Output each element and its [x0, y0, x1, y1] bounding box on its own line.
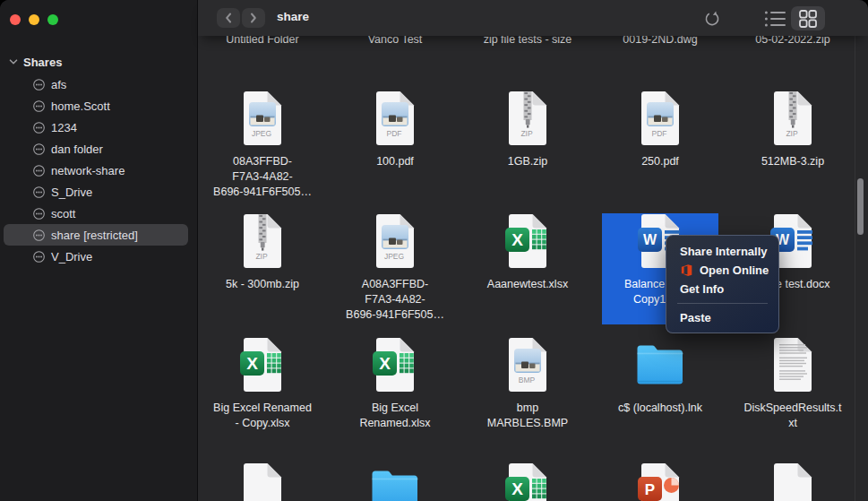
file-label: 1GB.zip — [456, 154, 599, 169]
sidebar-item-network-share[interactable]: network-share — [0, 160, 197, 181]
minimize-button[interactable] — [29, 14, 39, 25]
scrollbar-track-edge — [855, 0, 855, 501]
file-icon-jpeg[interactable]: JPEG — [234, 90, 291, 147]
sidebar-divider — [197, 0, 198, 501]
sidebar-item-s-drive[interactable]: S_Drive — [0, 181, 197, 203]
sidebar-item-scott[interactable]: scott — [0, 203, 197, 224]
file-label: Balance — [624, 277, 665, 292]
svg-text:ZIP: ZIP — [520, 129, 533, 138]
sidebar-item-home-scott[interactable]: home.Scott — [0, 95, 197, 117]
file-label: Big Excel Renamed- Copy.xlsx — [191, 401, 334, 431]
svg-text:X: X — [511, 479, 523, 498]
sidebar-item-label: share [restricted] — [51, 229, 138, 242]
file-icon-bmp[interactable]: BMP — [499, 336, 556, 393]
share-point-icon — [32, 121, 46, 134]
file-icon-txt[interactable] — [764, 336, 821, 393]
share-point-icon — [32, 207, 46, 220]
sidebar-item-label: network-share — [51, 164, 125, 177]
svg-text:ZIP: ZIP — [786, 129, 798, 138]
context-menu-item-paste[interactable]: Paste — [666, 308, 778, 327]
sidebar-item-dan-folder[interactable]: dan folder — [0, 138, 197, 160]
file-icon-folder[interactable] — [632, 336, 689, 393]
file-label: bmpMARBLES.BMP — [456, 401, 599, 431]
page-title: share — [277, 10, 309, 23]
grid-view-button[interactable] — [791, 6, 825, 30]
file-label: 512MB-3.zip — [721, 154, 864, 169]
file-label: c$ (localhost).lnk — [589, 401, 732, 416]
svg-text:X: X — [379, 354, 391, 373]
svg-text:W: W — [643, 232, 657, 247]
forward-button[interactable] — [242, 8, 265, 28]
context-menu-item-get-info[interactable]: Get Info — [666, 280, 778, 298]
list-view-icon — [764, 10, 787, 28]
scrollbar-thumb[interactable] — [857, 178, 864, 235]
svg-text:JPEG: JPEG — [384, 252, 404, 261]
share-point-icon — [32, 164, 46, 177]
file-icon-jpeg[interactable]: JPEG — [366, 212, 424, 270]
refresh-button[interactable] — [702, 9, 722, 29]
share-point-icon — [32, 99, 46, 113]
sidebar-item-label: 1234 — [51, 121, 77, 134]
disclosure-chevron-icon[interactable] — [9, 59, 18, 65]
file-label: 250.pdf — [589, 154, 732, 169]
sidebar-item-label: S_Drive — [51, 186, 92, 199]
window-controls — [10, 14, 58, 25]
svg-text:X: X — [511, 230, 523, 249]
file-label: 5k - 300mb.zip — [191, 277, 334, 292]
office-icon — [680, 263, 693, 277]
file-icon-zip[interactable]: ZIP — [764, 90, 821, 147]
file-icon-pdf[interactable]: PDF — [366, 90, 424, 147]
svg-text:PDF: PDF — [387, 129, 402, 138]
context-menu-item-share-internally[interactable]: Share Internally — [666, 242, 778, 261]
file-label: Copy1. — [633, 292, 669, 307]
sidebar-item-share-restricted[interactable]: share [restricted] — [0, 224, 197, 246]
sidebar-item-label: V_Drive — [51, 250, 92, 263]
refresh-icon — [702, 9, 722, 29]
close-button[interactable] — [10, 14, 21, 25]
chevron-right-icon — [249, 12, 258, 24]
sidebar-item-label: scott — [51, 207, 75, 220]
svg-text:X: X — [246, 354, 258, 373]
file-icon-file[interactable] — [234, 462, 291, 501]
file-icon-excel[interactable]: X — [499, 462, 556, 501]
svg-text:P: P — [645, 481, 655, 498]
sidebar-item-label: afs — [51, 78, 66, 91]
context-menu: Share InternallyOpen OnlineGet InfoPaste — [666, 235, 779, 333]
share-point-icon — [32, 186, 46, 199]
svg-text:JPEG: JPEG — [252, 129, 271, 138]
sidebar-section-title: Shares — [23, 56, 62, 69]
svg-text:ZIP: ZIP — [255, 252, 268, 261]
menu-separator — [677, 303, 768, 304]
share-point-icon — [32, 143, 46, 156]
file-label: DiskSpeedResults.txt — [721, 401, 864, 431]
file-icon-pdf[interactable]: PDF — [632, 90, 689, 147]
file-label: 08A3FFBD-F7A3-4A82-B696-941F6F505… — [191, 154, 334, 200]
file-icon-zip[interactable]: ZIP — [499, 90, 556, 147]
file-icon-excel[interactable]: X — [366, 336, 424, 393]
sidebar-item-label: home.Scott — [51, 99, 110, 113]
file-icon-excel[interactable]: X — [499, 212, 556, 270]
file-label: 100.pdf — [323, 154, 467, 169]
sidebar: Shares afs home.Scott 1234 dan folder ne… — [0, 0, 197, 501]
chevron-left-icon — [224, 12, 233, 24]
context-menu-item-open-online[interactable]: Open Online — [666, 261, 778, 280]
file-label: Big ExcelRenamed.xlsx — [323, 401, 467, 431]
svg-text:PDF: PDF — [652, 129, 667, 138]
svg-text:BMP: BMP — [519, 376, 536, 384]
file-label: Aaanewtest.xlsx — [456, 277, 599, 292]
list-view-button[interactable] — [764, 10, 787, 28]
back-button[interactable] — [217, 8, 240, 28]
file-icon-powerpoint[interactable]: P — [632, 462, 689, 501]
share-point-icon — [32, 78, 46, 91]
sidebar-item-afs[interactable]: afs — [0, 73, 197, 95]
sidebar-item-1234[interactable]: 1234 — [0, 117, 197, 138]
file-browser-window: Shares afs home.Scott 1234 dan folder ne… — [0, 0, 868, 501]
sidebar-items: afs home.Scott 1234 dan folder network-s… — [0, 73, 197, 267]
file-icon-folder[interactable] — [366, 462, 424, 501]
file-icon-file[interactable] — [764, 462, 821, 501]
sidebar-item-label: dan folder — [51, 143, 103, 156]
zoom-button[interactable] — [47, 14, 58, 25]
file-icon-zip[interactable]: ZIP — [234, 212, 291, 270]
sidebar-item-v-drive[interactable]: V_Drive — [0, 246, 197, 267]
file-icon-excel[interactable]: X — [234, 336, 291, 393]
